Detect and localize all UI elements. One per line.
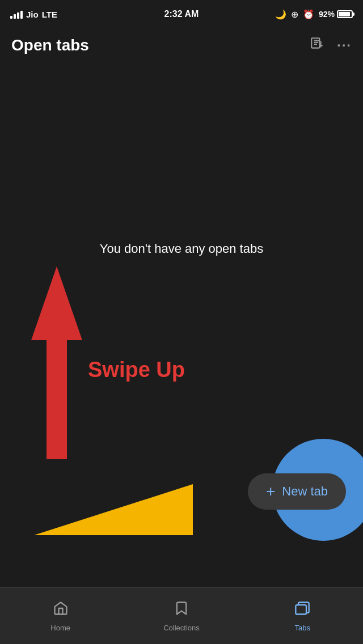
nav-label-home: Home: [50, 624, 70, 632]
nav-item-tabs[interactable]: Tabs: [242, 600, 363, 632]
nav-item-home[interactable]: Home: [0, 600, 121, 632]
home-icon: [53, 600, 69, 620]
battery-indicator: 92%: [319, 10, 353, 19]
status-bar: Jio LTE 2:32 AM 🌙 ⊕ ⏰ 92%: [0, 0, 363, 28]
page-title: Open tabs: [11, 36, 89, 54]
status-right-icons: 🌙 ⊕ ⏰ 92%: [275, 9, 353, 20]
tabs-icon: [294, 600, 310, 620]
empty-state-message: You don't have any open tabs: [100, 242, 263, 256]
swipe-up-arrow: [28, 266, 85, 461]
page-header: Open tabs ···: [0, 28, 363, 60]
collections-icon: [174, 600, 189, 620]
battery-percent: 92%: [319, 10, 335, 19]
svg-marker-8: [34, 484, 193, 535]
close-tabs-icon[interactable]: [310, 36, 324, 54]
status-time: 2:32 AM: [164, 9, 199, 19]
orientation-icon: ⊕: [291, 9, 298, 20]
signal-icon: [10, 10, 23, 19]
moon-icon: 🌙: [275, 9, 286, 20]
swipe-up-text: Swipe Up: [88, 358, 185, 382]
svg-rect-6: [47, 334, 67, 459]
yellow-decoration: [34, 484, 193, 535]
carrier-name: Jio: [26, 10, 39, 19]
svg-rect-0: [311, 38, 319, 48]
battery-icon: [337, 10, 353, 18]
alarm-icon: ⏰: [303, 9, 314, 20]
more-options-icon[interactable]: ···: [337, 37, 352, 53]
nav-label-tabs: Tabs: [295, 624, 310, 632]
new-tab-label: New tab: [282, 484, 328, 499]
svg-rect-10: [296, 605, 307, 614]
header-actions: ···: [310, 36, 352, 54]
new-tab-plus-icon: +: [266, 484, 275, 499]
new-tab-button[interactable]: + New tab: [248, 473, 346, 510]
svg-marker-7: [31, 266, 82, 340]
nav-label-collections: Collections: [163, 624, 200, 632]
nav-item-collections[interactable]: Collections: [121, 600, 242, 632]
bottom-nav: Home Collections Tabs: [0, 587, 363, 644]
status-carrier: Jio LTE: [10, 10, 57, 19]
network-type: LTE: [42, 10, 57, 19]
main-content: You don't have any open tabs Swipe Up + …: [0, 60, 363, 586]
